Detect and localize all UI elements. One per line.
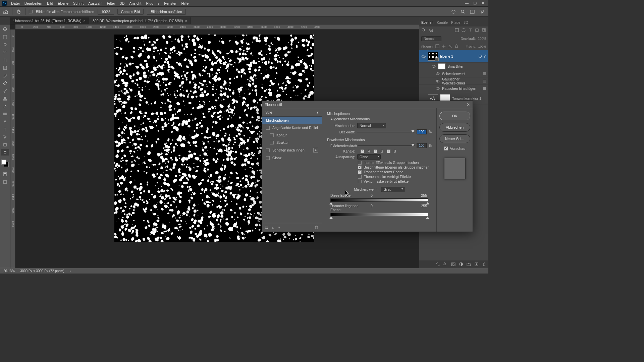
opacity-value[interactable]: 100%: [478, 37, 486, 41]
cb-vectormask-hides[interactable]: [358, 180, 362, 183]
knockout-select[interactable]: Ohne: [357, 154, 381, 160]
window-minimize-icon[interactable]: —: [465, 1, 469, 5]
opacity-slider[interactable]: [357, 130, 415, 134]
checkbox[interactable]: [266, 126, 270, 130]
status-zoom[interactable]: 26.13%: [3, 269, 15, 273]
fill-screen-button[interactable]: Bildschirm ausfüllen: [147, 9, 185, 15]
layer-thumbnail[interactable]: [428, 52, 438, 61]
filter-image-icon[interactable]: [455, 28, 460, 33]
cancel-button[interactable]: Abbrechen: [439, 123, 470, 132]
style-bevel[interactable]: Abgeflachte Kante und Relief: [262, 124, 322, 131]
fill-value[interactable]: 100%: [478, 45, 486, 48]
checkbox[interactable]: [270, 141, 274, 144]
eraser-tool-icon[interactable]: [1, 103, 9, 109]
filter-adjust-icon[interactable]: [462, 28, 466, 33]
menu-window[interactable]: Fenster: [162, 0, 179, 7]
menu-help[interactable]: Hilfe: [179, 0, 191, 7]
share-icon[interactable]: [479, 9, 484, 14]
channel-b-checkbox[interactable]: [387, 149, 390, 153]
fx-icon[interactable]: fx: [443, 262, 448, 266]
new-layer-icon[interactable]: [474, 262, 479, 266]
menu-layer[interactable]: Ebene: [55, 0, 71, 7]
group-icon[interactable]: [467, 262, 471, 266]
blend-mode-select[interactable]: Normal: [357, 123, 386, 128]
checkbox[interactable]: [270, 133, 274, 137]
style-satin[interactable]: Glanz: [262, 154, 322, 162]
menu-view[interactable]: Ansicht: [127, 0, 144, 7]
link-icon[interactable]: [436, 262, 440, 266]
cloud-docs-icon[interactable]: [451, 9, 456, 14]
hand-tool-icon[interactable]: [16, 9, 22, 15]
blendif-this-white-stop[interactable]: [426, 202, 429, 204]
lasso-tool-icon[interactable]: [1, 41, 9, 48]
visibility-icon[interactable]: [435, 86, 440, 91]
home-icon[interactable]: [3, 9, 9, 15]
mask-icon[interactable]: [451, 262, 455, 266]
menu-select[interactable]: Auswahl: [86, 0, 105, 7]
blendif-this-black-stop[interactable]: [329, 202, 333, 204]
filter-smart-icon[interactable]: [482, 28, 486, 33]
search-icon[interactable]: [421, 28, 427, 33]
blendif-under-white-stop[interactable]: [426, 217, 429, 219]
filter-type-icon[interactable]: [468, 28, 473, 33]
heal-tool-icon[interactable]: [1, 80, 9, 86]
fill-slider[interactable]: [357, 144, 415, 148]
shape-tool-icon[interactable]: [1, 141, 9, 148]
cb-clipped-layers[interactable]: [358, 166, 362, 169]
fill-input[interactable]: 100: [417, 143, 427, 148]
window-close-icon[interactable]: ✕: [481, 1, 484, 5]
preview-checkbox[interactable]: [444, 146, 448, 150]
filter-icon[interactable]: [483, 54, 486, 58]
visibility-icon[interactable]: [431, 64, 436, 69]
menu-plugins[interactable]: Plug-ins: [144, 0, 162, 7]
lock-position-icon[interactable]: [442, 44, 446, 49]
channel-g-checkbox[interactable]: [374, 149, 377, 153]
gradient-tool-icon[interactable]: [1, 111, 9, 117]
fx-icon[interactable]: fx: [265, 226, 268, 229]
layer-ebene-1[interactable]: Ebene 1: [419, 50, 488, 63]
visibility-icon[interactable]: [421, 54, 426, 59]
wand-tool-icon[interactable]: [1, 49, 9, 55]
color-swatch[interactable]: [1, 160, 9, 167]
frame-tool-icon[interactable]: [1, 64, 9, 71]
eyedropper-tool-icon[interactable]: [1, 72, 9, 78]
cb-internal-effects[interactable]: [358, 161, 362, 165]
move-tool-icon[interactable]: [1, 26, 9, 32]
close-icon[interactable]: ✕: [467, 102, 470, 107]
quickmask-icon[interactable]: [1, 171, 9, 177]
fit-screen-button[interactable]: Ganzes Bild: [117, 9, 144, 15]
ok-button[interactable]: OK: [439, 112, 470, 120]
opacity-input[interactable]: 100: [417, 129, 427, 134]
blendif-under-black-stop[interactable]: [329, 217, 333, 219]
move-down-icon[interactable]: ▼: [278, 226, 281, 229]
visibility-icon[interactable]: [435, 71, 440, 76]
screenmode-icon[interactable]: [1, 179, 9, 185]
tab-layers[interactable]: Ebenen: [421, 20, 433, 24]
layer-smartfilter[interactable]: Smartfilter: [419, 63, 488, 70]
filter-mask-thumbnail[interactable]: [438, 63, 445, 69]
menu-edit[interactable]: Bearbeiten: [22, 0, 45, 7]
type-tool-icon[interactable]: [1, 126, 9, 132]
style-texture[interactable]: Struktur: [262, 139, 322, 146]
crop-tool-icon[interactable]: [1, 57, 9, 63]
filter-rauschen[interactable]: Rauschen hinzufügen: [419, 85, 488, 92]
filter-shape-icon[interactable]: [475, 28, 480, 33]
filter-gauss[interactable]: Gaußscher Weichzeichner: [419, 77, 488, 85]
marquee-tool-icon[interactable]: [1, 34, 9, 40]
menu-file[interactable]: Datei: [9, 0, 22, 7]
trash-icon[interactable]: [482, 262, 486, 266]
document-tab-1[interactable]: Unbenannt-1 bei 26,1% (Ebene 1, RGB/8#) …: [10, 17, 89, 24]
cb-transparency-shapes[interactable]: [358, 170, 362, 174]
filter-options-icon[interactable]: [483, 86, 486, 90]
add-effect-icon[interactable]: +: [313, 148, 318, 153]
close-icon[interactable]: ×: [84, 19, 86, 23]
new-style-button[interactable]: Neuer Stil...: [439, 134, 470, 143]
tab-channels[interactable]: Kanäle: [437, 20, 448, 24]
path-select-tool-icon[interactable]: [1, 134, 9, 140]
checkbox[interactable]: [266, 148, 270, 152]
dialog-titlebar[interactable]: Ebenenstil ✕: [262, 101, 473, 108]
under-layer-gradient[interactable]: [330, 213, 428, 216]
filter-options-icon[interactable]: [483, 79, 486, 83]
visibility-icon[interactable]: [421, 96, 426, 101]
menu-image[interactable]: Bild: [45, 0, 55, 7]
